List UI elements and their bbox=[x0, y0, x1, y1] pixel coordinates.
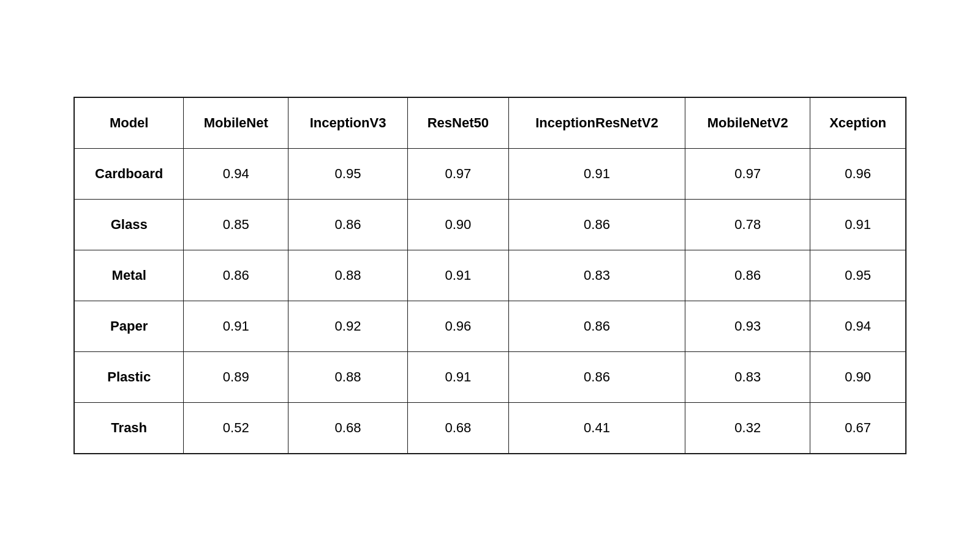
cell-paper-mobilenetv2: 0.93 bbox=[685, 301, 810, 352]
row-label-plastic: Plastic bbox=[74, 352, 184, 403]
table-header-row: Model MobileNet InceptionV3 ResNet50 Inc… bbox=[74, 97, 906, 149]
cell-glass-mobilenetv2: 0.78 bbox=[685, 200, 810, 250]
table-row: Glass0.850.860.900.860.780.91 bbox=[74, 200, 906, 250]
cell-cardboard-resnet50: 0.97 bbox=[407, 149, 508, 200]
row-label-cardboard: Cardboard bbox=[74, 149, 184, 200]
row-label-paper: Paper bbox=[74, 301, 184, 352]
cell-glass-inceptionv3: 0.86 bbox=[288, 200, 408, 250]
cell-glass-xception: 0.91 bbox=[810, 200, 906, 250]
cell-cardboard-xception: 0.96 bbox=[810, 149, 906, 200]
cell-paper-resnet50: 0.96 bbox=[407, 301, 508, 352]
cell-plastic-xception: 0.90 bbox=[810, 352, 906, 403]
row-label-trash: Trash bbox=[74, 403, 184, 454]
row-label-metal: Metal bbox=[74, 250, 184, 301]
col-header-model: Model bbox=[74, 97, 184, 149]
table-row: Metal0.860.880.910.830.860.95 bbox=[74, 250, 906, 301]
cell-trash-mobilenetv2: 0.32 bbox=[685, 403, 810, 454]
cell-cardboard-mobilenetv2: 0.97 bbox=[685, 149, 810, 200]
cell-paper-inceptionresnetv2: 0.86 bbox=[508, 301, 685, 352]
cell-trash-mobilenet: 0.52 bbox=[184, 403, 288, 454]
cell-metal-resnet50: 0.91 bbox=[407, 250, 508, 301]
cell-cardboard-mobilenet: 0.94 bbox=[184, 149, 288, 200]
cell-plastic-mobilenet: 0.89 bbox=[184, 352, 288, 403]
cell-glass-inceptionresnetv2: 0.86 bbox=[508, 200, 685, 250]
cell-plastic-resnet50: 0.91 bbox=[407, 352, 508, 403]
row-label-glass: Glass bbox=[74, 200, 184, 250]
col-header-inceptionv3: InceptionV3 bbox=[288, 97, 408, 149]
cell-plastic-inceptionv3: 0.88 bbox=[288, 352, 408, 403]
col-header-resnet50: ResNet50 bbox=[407, 97, 508, 149]
cell-trash-inceptionv3: 0.68 bbox=[288, 403, 408, 454]
col-header-inceptionresnetv2: InceptionResNetV2 bbox=[508, 97, 685, 149]
cell-paper-inceptionv3: 0.92 bbox=[288, 301, 408, 352]
table-row: Cardboard0.940.950.970.910.970.96 bbox=[74, 149, 906, 200]
comparison-table-container: Model MobileNet InceptionV3 ResNet50 Inc… bbox=[74, 97, 907, 454]
cell-trash-inceptionresnetv2: 0.41 bbox=[508, 403, 685, 454]
cell-metal-mobilenetv2: 0.86 bbox=[685, 250, 810, 301]
col-header-mobilenet: MobileNet bbox=[184, 97, 288, 149]
cell-plastic-inceptionresnetv2: 0.86 bbox=[508, 352, 685, 403]
cell-plastic-mobilenetv2: 0.83 bbox=[685, 352, 810, 403]
cell-metal-mobilenet: 0.86 bbox=[184, 250, 288, 301]
model-comparison-table: Model MobileNet InceptionV3 ResNet50 Inc… bbox=[74, 97, 907, 454]
cell-trash-xception: 0.67 bbox=[810, 403, 906, 454]
cell-metal-xception: 0.95 bbox=[810, 250, 906, 301]
cell-cardboard-inceptionresnetv2: 0.91 bbox=[508, 149, 685, 200]
table-row: Paper0.910.920.960.860.930.94 bbox=[74, 301, 906, 352]
col-header-mobilenetv2: MobileNetV2 bbox=[685, 97, 810, 149]
cell-cardboard-inceptionv3: 0.95 bbox=[288, 149, 408, 200]
table-row: Plastic0.890.880.910.860.830.90 bbox=[74, 352, 906, 403]
cell-paper-mobilenet: 0.91 bbox=[184, 301, 288, 352]
col-header-xception: Xception bbox=[810, 97, 906, 149]
cell-glass-resnet50: 0.90 bbox=[407, 200, 508, 250]
cell-glass-mobilenet: 0.85 bbox=[184, 200, 288, 250]
cell-paper-xception: 0.94 bbox=[810, 301, 906, 352]
table-row: Trash0.520.680.680.410.320.67 bbox=[74, 403, 906, 454]
cell-metal-inceptionv3: 0.88 bbox=[288, 250, 408, 301]
cell-trash-resnet50: 0.68 bbox=[407, 403, 508, 454]
cell-metal-inceptionresnetv2: 0.83 bbox=[508, 250, 685, 301]
